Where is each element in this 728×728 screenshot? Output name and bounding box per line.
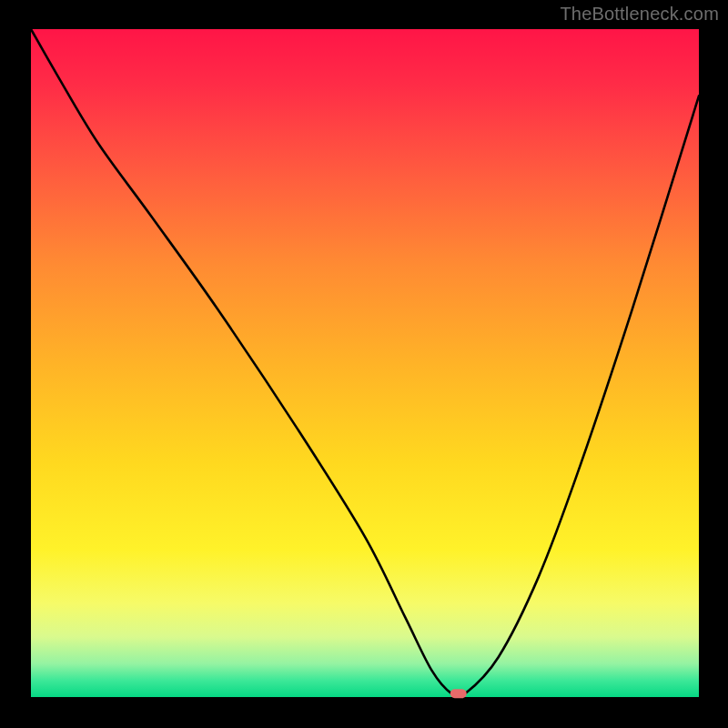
chart-plot-area — [31, 29, 699, 697]
chart-frame: TheBottleneck.com — [0, 0, 728, 728]
watermark-text: TheBottleneck.com — [560, 4, 719, 25]
bottleneck-chart — [0, 0, 728, 728]
optimum-marker — [450, 689, 467, 698]
